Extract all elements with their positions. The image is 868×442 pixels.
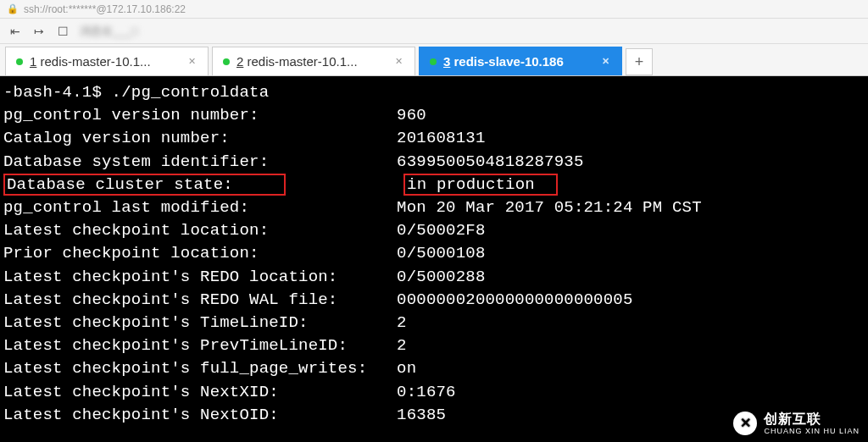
address-text: ssh://root:*******@172.17.10.186:22 xyxy=(24,3,186,15)
tab-label: redis-master-10.1... xyxy=(248,54,358,69)
tab-number: 3 xyxy=(443,54,450,69)
status-dot-icon xyxy=(223,58,230,65)
add-tab-button[interactable]: + xyxy=(626,48,653,75)
back-icon[interactable]: ⇤ xyxy=(8,25,22,38)
bookmark-icon[interactable]: ☐ xyxy=(56,25,70,38)
terminal[interactable]: -bash-4.1$ ./pg_controldata pg_control v… xyxy=(0,76,868,442)
tabs-bar: 1 redis-master-10.1... ✕ 2 redis-master-… xyxy=(0,44,868,76)
blurred-text: 消息在___□ xyxy=(80,24,138,39)
close-icon[interactable]: ✕ xyxy=(602,56,609,67)
status-dot-icon xyxy=(16,58,23,65)
close-icon[interactable]: ✕ xyxy=(188,56,196,67)
tab-redis-master-1[interactable]: 1 redis-master-10.1... ✕ xyxy=(5,47,209,75)
status-dot-icon xyxy=(430,58,437,65)
lock-icon: 🔒 xyxy=(7,3,19,14)
tab-label: redis-master-10.1... xyxy=(41,54,151,69)
address-bar: 🔒 ssh://root:*******@172.17.10.186:22 xyxy=(0,0,868,19)
watermark-en: CHUANG XIN HU LIAN xyxy=(764,427,860,435)
close-icon[interactable]: ✕ xyxy=(395,56,403,67)
tab-number: 1 xyxy=(30,54,36,69)
tab-redis-master-2[interactable]: 2 redis-master-10.1... ✕ xyxy=(212,47,415,75)
tab-number: 2 xyxy=(236,54,243,69)
forward-icon[interactable]: ↦ xyxy=(32,25,46,38)
tool-bar: ⇤ ↦ ☐ 消息在___□ xyxy=(0,19,868,44)
watermark-logo-icon: ✕ xyxy=(733,412,757,435)
tab-label: redis-slave-10.186 xyxy=(454,54,564,69)
watermark-cn: 创新互联 xyxy=(764,411,860,428)
tab-redis-slave[interactable]: 3 redis-slave-10.186 ✕ xyxy=(419,47,622,75)
watermark: ✕ 创新互联 CHUANG XIN HU LIAN xyxy=(733,411,860,435)
